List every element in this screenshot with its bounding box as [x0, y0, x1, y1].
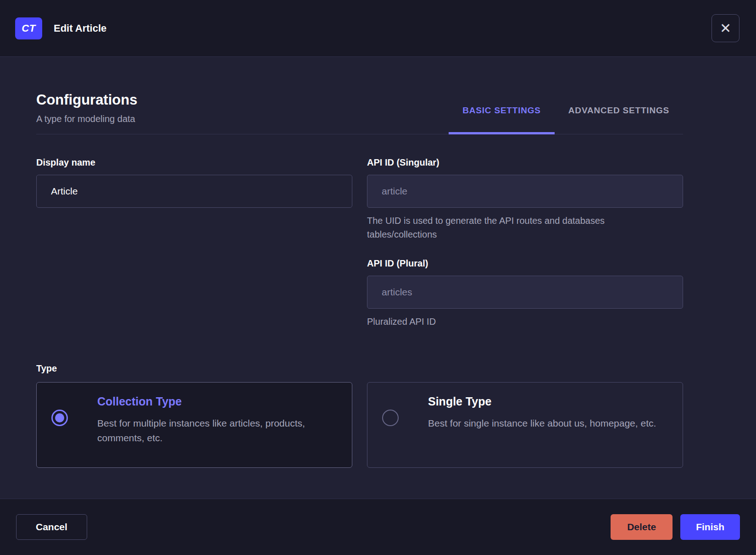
api-id-plural-group: API ID (Plural) Pluralized API ID: [367, 258, 683, 328]
api-id-singular-label: API ID (Singular): [367, 157, 683, 168]
content-type-badge: CT: [15, 17, 42, 39]
title-row: Configurations A type for modeling data …: [36, 92, 683, 134]
radio-single-type-unchecked[interactable]: [382, 410, 399, 426]
api-id-column: API ID (Singular) The UID is used to gen…: [367, 157, 683, 328]
api-id-singular-input[interactable]: [367, 175, 683, 208]
form-grid: Display name API ID (Singular) The UID i…: [36, 157, 683, 328]
modal-footer: Cancel Delete Finish: [0, 499, 756, 555]
single-type-description: Best for single instance like about us, …: [428, 416, 656, 431]
close-icon: ✕: [720, 22, 731, 35]
title-block: Configurations A type for modeling data: [36, 92, 137, 134]
collection-type-description: Best for multiple instances like article…: [97, 416, 338, 445]
content-type-badge-label: CT: [22, 22, 35, 34]
type-label: Type: [36, 363, 683, 374]
page-title: Configurations: [36, 92, 137, 108]
modal-header: CT Edit Article ✕: [0, 0, 756, 57]
edit-article-modal: CT Edit Article ✕ Configurations A type …: [0, 0, 756, 555]
api-id-singular-group: API ID (Singular) The UID is used to gen…: [367, 157, 683, 241]
finish-button[interactable]: Finish: [680, 514, 740, 540]
collection-type-title: Collection Type: [97, 395, 338, 408]
cancel-button[interactable]: Cancel: [16, 514, 87, 540]
delete-button[interactable]: Delete: [611, 514, 673, 540]
type-option-single[interactable]: Single Type Best for single instance lik…: [367, 382, 683, 468]
display-name-label: Display name: [36, 157, 352, 168]
modal-title: Edit Article: [54, 22, 106, 34]
display-name-group: Display name: [36, 157, 352, 328]
api-id-plural-label: API ID (Plural): [367, 258, 683, 269]
type-option-collection[interactable]: Collection Type Best for multiple instan…: [36, 382, 352, 468]
radio-collection-type-checked[interactable]: [51, 410, 68, 426]
settings-tabs: BASIC SETTINGS ADVANCED SETTINGS: [449, 105, 683, 134]
single-type-title: Single Type: [428, 395, 656, 408]
page-subtitle: A type for modeling data: [36, 113, 137, 125]
display-name-input[interactable]: [36, 175, 352, 208]
collection-type-text: Collection Type Best for multiple instan…: [83, 395, 338, 467]
type-cards: Collection Type Best for multiple instan…: [36, 382, 683, 468]
type-section: Type Collection Type Best for multiple i…: [36, 363, 683, 468]
api-id-plural-hint: Pluralized API ID: [367, 315, 670, 328]
close-button[interactable]: ✕: [712, 14, 739, 42]
tab-advanced-settings[interactable]: ADVANCED SETTINGS: [555, 105, 683, 134]
api-id-plural-input[interactable]: [367, 276, 683, 309]
single-type-text: Single Type Best for single instance lik…: [413, 395, 656, 467]
tab-basic-settings[interactable]: BASIC SETTINGS: [449, 105, 555, 134]
modal-body: Configurations A type for modeling data …: [0, 57, 756, 499]
api-id-singular-hint: The UID is used to generate the API rout…: [367, 214, 670, 241]
